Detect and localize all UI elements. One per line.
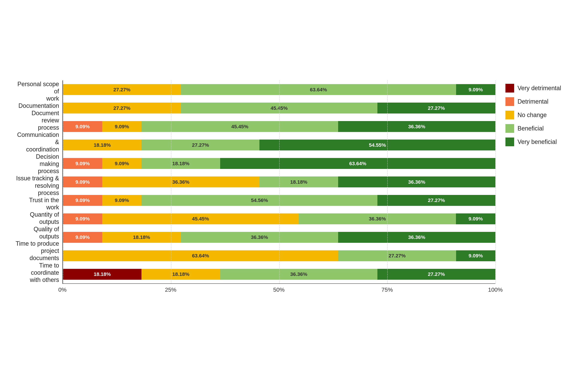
bar-segment-very-beneficial: 63.64% xyxy=(220,158,495,169)
bar: 9.09%9.09%18.18%63.64% xyxy=(63,158,495,169)
bar: 9.09%36.36%18.18%36.36% xyxy=(63,177,495,187)
legend-item-detrimental: Detrimental xyxy=(505,97,573,106)
bar: 27.27%45.45%27.27% xyxy=(63,103,495,113)
legend-swatch-no-change xyxy=(505,111,514,119)
bar-row: 18.18%27.27%54.55% xyxy=(63,136,495,154)
bar-row: 9.09%9.09%54.56%27.27% xyxy=(63,191,495,210)
bar-segment-beneficial: 36.36% xyxy=(220,269,378,280)
bar-segment-beneficial: 18.18% xyxy=(142,158,220,169)
bar-row: 9.09%9.09%45.45%36.36% xyxy=(63,117,495,136)
bar-segment-very-beneficial: 9.09% xyxy=(456,213,495,224)
legend-swatch-detrimental xyxy=(505,97,514,106)
bar-segment-very-beneficial: 9.09% xyxy=(456,84,495,95)
bar-segment-beneficial: 36.36% xyxy=(299,213,456,224)
bar-segment-very-detrimental: 18.18% xyxy=(63,269,142,280)
legend-item-no-change: No change xyxy=(505,111,573,119)
legend-item-very-beneficial: Very beneficial xyxy=(505,137,573,146)
bar-segment-very-beneficial: 27.27% xyxy=(378,103,495,113)
x-tick: 100% xyxy=(488,286,503,293)
bar-segment-no-change: 18.18% xyxy=(102,232,181,243)
bar-row: 27.27%45.45%27.27% xyxy=(63,99,495,117)
bar: 27.27%63.64%9.09% xyxy=(63,84,495,95)
bar-segment-beneficial: 63.64% xyxy=(181,84,456,95)
legend-swatch-beneficial xyxy=(505,124,514,133)
legend-swatch-very-detrimental xyxy=(505,84,514,92)
bar-segment-no-change: 27.27% xyxy=(63,103,181,113)
bar-segment-no-change: 18.18% xyxy=(142,269,220,280)
y-label: Communication &coordination xyxy=(15,131,59,153)
x-tick: 25% xyxy=(165,286,176,293)
bar: 9.09%18.18%36.36%36.36% xyxy=(63,232,495,243)
grid-line xyxy=(495,80,496,283)
bar-segment-beneficial: 36.36% xyxy=(181,232,338,243)
y-label: Quantity of outputs xyxy=(15,211,59,225)
bar-segment-very-beneficial: 36.36% xyxy=(338,232,495,243)
bar: 9.09%45.45%36.36%9.09% xyxy=(63,213,495,224)
bar-segment-very-beneficial: 9.09% xyxy=(456,250,495,261)
bar-row: 9.09%45.45%36.36%9.09% xyxy=(63,209,495,228)
bar-segment-very-beneficial: 36.36% xyxy=(338,177,495,187)
bar-row: 27.27%63.64%9.09% xyxy=(63,80,495,99)
bar-segment-no-change: 45.45% xyxy=(102,213,299,224)
legend-label-very-detrimental: Very detrimental xyxy=(518,85,561,92)
chart-container: Personal scope ofworkDocumentationDocume… xyxy=(9,70,579,314)
bar-segment-detrimental: 9.09% xyxy=(63,195,102,206)
bar-segment-detrimental: 9.09% xyxy=(63,121,102,132)
y-labels: Personal scope ofworkDocumentationDocume… xyxy=(15,80,63,283)
bar-segment-no-change: 18.18% xyxy=(63,139,142,150)
y-label: Documentation xyxy=(15,102,59,109)
legend-label-beneficial: Beneficial xyxy=(518,125,544,132)
bar-segment-beneficial: 18.18% xyxy=(259,177,338,187)
bar: 9.09%9.09%54.56%27.27% xyxy=(63,195,495,206)
bar: 63.64%27.27%9.09% xyxy=(63,250,495,261)
bar-segment-no-change: 9.09% xyxy=(102,158,142,169)
bar-segment-no-change: 27.27% xyxy=(63,84,181,95)
bar-segment-very-beneficial: 27.27% xyxy=(378,195,495,206)
y-label: Time to produceproject documents xyxy=(15,240,59,262)
y-label: Quality of outputs xyxy=(15,226,59,240)
x-tick: 50% xyxy=(273,286,285,293)
bars-and-labels: Personal scope ofworkDocumentationDocume… xyxy=(15,80,495,283)
y-label: Issue tracking &resolving process xyxy=(15,175,59,196)
legend-item-beneficial: Beneficial xyxy=(505,124,573,133)
bar-segment-very-beneficial: 54.55% xyxy=(259,139,495,150)
legend-label-detrimental: Detrimental xyxy=(518,98,548,105)
x-tick: 75% xyxy=(381,286,393,293)
bar-segment-beneficial: 45.45% xyxy=(181,103,378,113)
bar-row: 18.18%18.18%36.36%27.27% xyxy=(63,265,495,283)
legend-label-very-beneficial: Very beneficial xyxy=(518,138,557,145)
bar-segment-very-beneficial: 36.36% xyxy=(338,121,495,132)
y-label: Document reviewprocess xyxy=(15,110,59,131)
y-label: Trust in the work xyxy=(15,196,59,211)
bar-row: 9.09%18.18%36.36%36.36% xyxy=(63,228,495,247)
chart-area: Personal scope ofworkDocumentationDocume… xyxy=(15,80,495,294)
bar-row: 9.09%9.09%18.18%63.64% xyxy=(63,154,495,173)
bar-segment-detrimental: 9.09% xyxy=(63,158,102,169)
x-axis: 0%25%50%75%100% xyxy=(63,283,495,294)
bar-segment-detrimental: 9.09% xyxy=(63,177,102,187)
bars-wrapper: 27.27%63.64%9.09%27.27%45.45%27.27%9.09%… xyxy=(63,80,495,283)
legend: Very detrimentalDetrimentalNo changeBene… xyxy=(505,84,573,146)
bar: 18.18%18.18%36.36%27.27% xyxy=(63,269,495,280)
bar-segment-beneficial: 45.45% xyxy=(142,121,338,132)
bar-segment-detrimental: 9.09% xyxy=(63,232,102,243)
bar: 9.09%9.09%45.45%36.36% xyxy=(63,121,495,132)
bar-segment-detrimental: 9.09% xyxy=(63,213,102,224)
bar-segment-very-beneficial: 27.27% xyxy=(378,269,495,280)
bar: 18.18%27.27%54.55% xyxy=(63,139,495,150)
bar-segment-beneficial: 27.27% xyxy=(338,250,456,261)
bar-segment-no-change: 9.09% xyxy=(102,121,142,132)
legend-item-very-detrimental: Very detrimental xyxy=(505,84,573,92)
x-tick: 0% xyxy=(58,286,66,293)
legend-swatch-very-beneficial xyxy=(505,137,514,146)
bar-segment-beneficial: 27.27% xyxy=(142,139,259,150)
legend-label-no-change: No change xyxy=(518,112,547,118)
bar-segment-beneficial: 54.56% xyxy=(142,195,378,206)
bar-segment-no-change: 36.36% xyxy=(102,177,259,187)
y-label: Personal scope ofwork xyxy=(15,80,59,102)
bar-segment-no-change: 9.09% xyxy=(102,195,142,206)
y-label: Time to coordinatewith others xyxy=(15,262,59,284)
bar-row: 9.09%36.36%18.18%36.36% xyxy=(63,173,495,191)
bar-row: 63.64%27.27%9.09% xyxy=(63,247,495,265)
bar-segment-no-change: 63.64% xyxy=(63,250,338,261)
